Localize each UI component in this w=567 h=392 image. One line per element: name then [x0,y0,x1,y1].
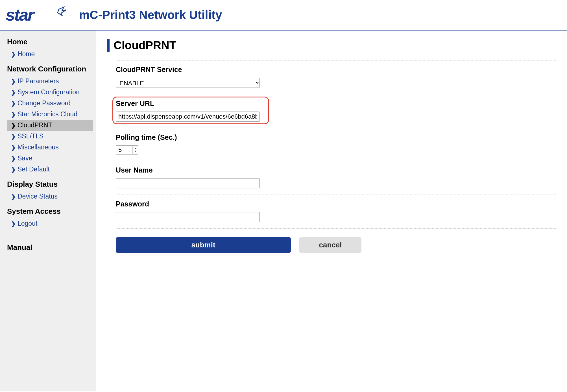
nav-star-micronics-cloud[interactable]: ❯ Star Micronics Cloud [7,109,93,120]
nav-item-label: Change Password [18,99,71,107]
submit-button[interactable]: submit [116,237,291,253]
spinner-up-icon[interactable]: ▲ [134,147,137,150]
chevron-right-icon: ❯ [11,100,16,107]
field-cloudprnt-service: CloudPRNT Service ENABLE [116,60,556,94]
field-polling-time: Polling time (Sec.) 5 ▲ ▼ [116,128,556,161]
nav-item-label: System Configuration [18,88,80,96]
nav-logout[interactable]: ❯ Logout [7,218,93,229]
nav-section-display: Display Status [7,180,93,189]
nav-save[interactable]: ❯ Save [7,153,93,164]
field-server-url: Server URL [116,94,556,128]
chevron-right-icon: ❯ [11,78,16,85]
nav-change-password[interactable]: ❯ Change Password [7,98,93,109]
page-title: CloudPRNT [114,39,176,52]
chevron-right-icon: ❯ [11,155,16,162]
chevron-right-icon: ❯ [11,122,16,129]
nav-item-label: Miscellaneous [18,143,59,151]
nav-section-network: Network Configuration [7,65,93,73]
nav-section-manual: Manual [7,243,93,252]
nav-item-label: SSL/TLS [18,132,43,140]
nav-item-label: Set Default [18,165,50,173]
chevron-right-icon: ❯ [11,51,16,58]
nav-cloudprnt[interactable]: ❯ CloudPRNT [7,120,93,131]
nav-item-label: Device Status [18,193,58,200]
nav-item-label: Home [18,50,35,58]
nav-section-home: Home [7,38,93,46]
nav-home[interactable]: ❯ Home [7,49,93,60]
cancel-button[interactable]: cancel [299,237,361,253]
nav-device-status[interactable]: ❯ Device Status [7,191,93,202]
field-username: User Name [116,161,556,195]
app-title: mC-Print3 Network Utility [79,8,222,22]
label-username: User Name [116,166,556,174]
polling-time-value: 5 [118,146,122,154]
input-server-url[interactable] [116,112,260,122]
chevron-right-icon: ❯ [11,144,16,151]
label-server-url: Server URL [116,99,556,108]
nav-item-label: IP Parameters [18,77,59,85]
chevron-right-icon: ❯ [11,89,16,96]
select-cloudprnt-service[interactable]: ENABLE [116,78,260,88]
input-username[interactable] [116,178,260,188]
sidebar: Home ❯ Home Network Configuration ❯ IP P… [0,31,96,391]
input-password[interactable] [116,212,260,222]
chevron-right-icon: ❯ [11,166,16,173]
main-content: CloudPRNT CloudPRNT Service ENABLE Serve… [96,31,567,391]
nav-set-default[interactable]: ❯ Set Default [7,164,93,175]
nav-item-label: Logout [18,220,37,227]
chevron-right-icon: ❯ [11,111,16,118]
spinner-down-icon[interactable]: ▼ [134,150,137,153]
svg-text:star: star [6,5,35,24]
nav-item-label: Save [18,154,32,162]
star-logo: star [6,4,68,25]
nav-section-system: System Access [7,207,93,216]
nav-miscellaneous[interactable]: ❯ Miscellaneous [7,142,93,153]
nav-ssl-tls[interactable]: ❯ SSL/TLS [7,131,93,142]
app-header: star mC-Print3 Network Utility [0,0,567,31]
input-polling-time[interactable]: 5 ▲ ▼ [116,145,138,154]
label-password: Password [116,200,556,208]
label-cloudprnt-service: CloudPRNT Service [116,66,556,74]
nav-system-configuration[interactable]: ❯ System Configuration [7,87,93,98]
field-password: Password [116,195,556,229]
nav-item-label: CloudPRNT [18,121,52,129]
nav-ip-parameters[interactable]: ❯ IP Parameters [7,76,93,87]
chevron-right-icon: ❯ [11,133,16,140]
chevron-right-icon: ❯ [11,220,16,227]
label-polling-time: Polling time (Sec.) [116,133,556,141]
chevron-right-icon: ❯ [11,193,16,200]
nav-item-label: Star Micronics Cloud [18,110,77,118]
